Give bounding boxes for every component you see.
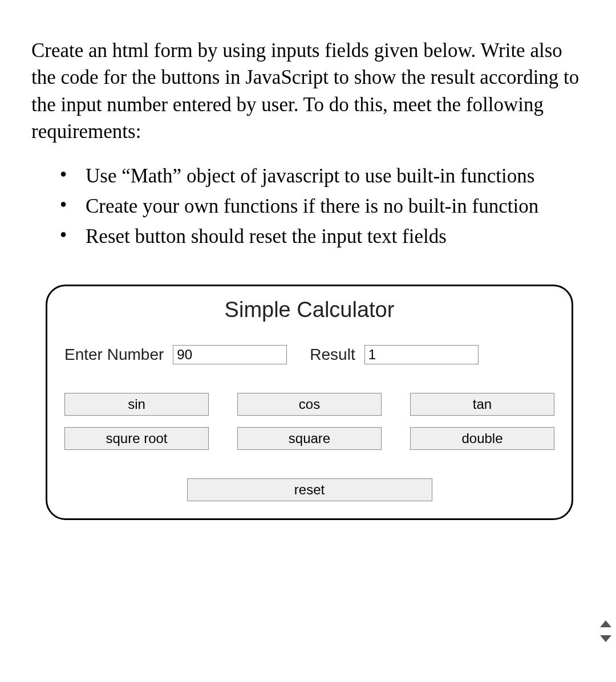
sin-button[interactable]: sin bbox=[64, 393, 209, 416]
tan-button[interactable]: tan bbox=[410, 393, 554, 416]
enter-number-input[interactable] bbox=[173, 345, 287, 364]
scroll-down-icon bbox=[600, 635, 611, 642]
result-label: Result bbox=[310, 346, 355, 364]
reset-button[interactable]: reset bbox=[187, 478, 432, 501]
requirements-list: Use “Math” object of javascript to use b… bbox=[31, 162, 587, 250]
scroll-indicator[interactable] bbox=[600, 620, 611, 642]
list-item: Create your own functions if there is no… bbox=[31, 192, 587, 220]
cos-button[interactable]: cos bbox=[237, 393, 382, 416]
square-button[interactable]: square bbox=[237, 427, 382, 450]
list-item: Use “Math” object of javascript to use b… bbox=[31, 162, 587, 190]
intro-paragraph: Create an html form by using inputs fiel… bbox=[31, 37, 587, 145]
scroll-up-icon bbox=[600, 620, 611, 627]
sqrt-button[interactable]: squre root bbox=[64, 427, 209, 450]
calculator-panel: Simple Calculator Enter Number Result si… bbox=[46, 285, 573, 520]
button-grid: sin cos tan squre root square double bbox=[64, 393, 554, 450]
input-row: Enter Number Result bbox=[64, 345, 554, 364]
calculator-title: Simple Calculator bbox=[64, 298, 554, 322]
list-item: Reset button should reset the input text… bbox=[31, 222, 587, 250]
double-button[interactable]: double bbox=[410, 427, 554, 450]
enter-number-label: Enter Number bbox=[64, 346, 164, 364]
result-input[interactable] bbox=[364, 345, 479, 364]
